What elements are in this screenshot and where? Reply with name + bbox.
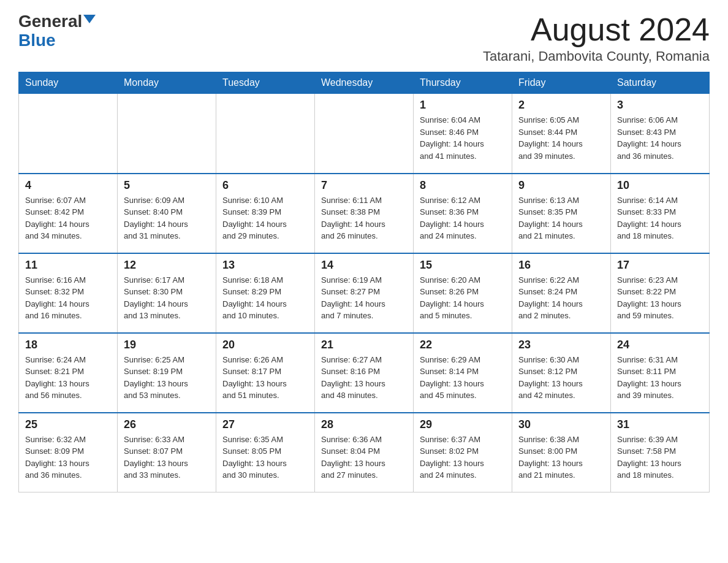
day-info: Sunrise: 6:07 AMSunset: 8:42 PMDaylight:… [25,194,111,242]
calendar-cell: 7Sunrise: 6:11 AMSunset: 8:38 PMDaylight… [315,174,414,253]
day-info: Sunrise: 6:04 AMSunset: 8:46 PMDaylight:… [420,114,506,162]
day-number: 10 [617,179,703,192]
day-number: 4 [25,179,111,192]
day-info: Sunrise: 6:24 AMSunset: 8:21 PMDaylight:… [25,354,111,402]
day-number: 15 [420,259,506,272]
day-info: Sunrise: 6:39 AMSunset: 7:58 PMDaylight:… [617,434,703,481]
calendar-cell: 8Sunrise: 6:12 AMSunset: 8:36 PMDaylight… [414,174,512,253]
day-info: Sunrise: 6:16 AMSunset: 8:32 PMDaylight:… [25,274,111,322]
day-info: Sunrise: 6:14 AMSunset: 8:33 PMDaylight:… [617,194,703,242]
page-header: General Blue August 2024 Tatarani, Dambo… [18,12,710,64]
day-info: Sunrise: 6:31 AMSunset: 8:11 PMDaylight:… [617,354,703,402]
day-number: 26 [124,418,210,431]
calendar-cell: 30Sunrise: 6:38 AMSunset: 8:00 PMDayligh… [512,413,611,492]
day-info: Sunrise: 6:25 AMSunset: 8:19 PMDaylight:… [124,354,210,402]
calendar-cell: 20Sunrise: 6:26 AMSunset: 8:17 PMDayligh… [216,333,315,413]
day-info: Sunrise: 6:36 AMSunset: 8:04 PMDaylight:… [321,434,407,481]
day-info: Sunrise: 6:33 AMSunset: 8:07 PMDaylight:… [124,434,210,481]
calendar-cell: 5Sunrise: 6:09 AMSunset: 8:40 PMDaylight… [118,174,216,253]
calendar-cell: 16Sunrise: 6:22 AMSunset: 8:24 PMDayligh… [512,253,611,333]
calendar-header-thursday: Thursday [414,72,512,94]
calendar-cell: 6Sunrise: 6:10 AMSunset: 8:39 PMDaylight… [216,174,315,253]
logo-blue-text: Blue [18,31,56,50]
calendar-cell: 26Sunrise: 6:33 AMSunset: 8:07 PMDayligh… [118,413,216,492]
logo-general-text: General [18,12,82,31]
day-info: Sunrise: 6:11 AMSunset: 8:38 PMDaylight:… [321,194,407,242]
day-info: Sunrise: 6:05 AMSunset: 8:44 PMDaylight:… [518,114,604,162]
day-number: 18 [25,339,111,351]
calendar-cell: 31Sunrise: 6:39 AMSunset: 7:58 PMDayligh… [611,413,710,492]
day-info: Sunrise: 6:13 AMSunset: 8:35 PMDaylight:… [518,194,604,242]
calendar-cell: 13Sunrise: 6:18 AMSunset: 8:29 PMDayligh… [216,253,315,333]
calendar-cell: 11Sunrise: 6:16 AMSunset: 8:32 PMDayligh… [19,253,118,333]
day-number: 13 [222,259,308,272]
day-info: Sunrise: 6:06 AMSunset: 8:43 PMDaylight:… [617,114,703,162]
calendar-cell: 23Sunrise: 6:30 AMSunset: 8:12 PMDayligh… [512,333,611,413]
calendar-header-saturday: Saturday [611,72,710,94]
day-number: 17 [617,259,703,272]
day-number: 22 [420,339,506,351]
calendar-cell: 10Sunrise: 6:14 AMSunset: 8:33 PMDayligh… [611,174,710,253]
calendar-cell: 2Sunrise: 6:05 AMSunset: 8:44 PMDaylight… [512,94,611,174]
calendar-cell [118,94,216,174]
day-number: 8 [420,179,506,192]
day-number: 12 [124,259,210,272]
calendar-cell [19,94,118,174]
calendar-week-row-3: 11Sunrise: 6:16 AMSunset: 8:32 PMDayligh… [19,253,710,333]
day-number: 24 [617,339,703,351]
day-info: Sunrise: 6:23 AMSunset: 8:22 PMDaylight:… [617,274,703,322]
day-info: Sunrise: 6:10 AMSunset: 8:39 PMDaylight:… [222,194,308,242]
day-number: 16 [518,259,604,272]
day-number: 1 [420,99,506,112]
day-info: Sunrise: 6:27 AMSunset: 8:16 PMDaylight:… [321,354,407,402]
calendar-header-row: SundayMondayTuesdayWednesdayThursdayFrid… [19,72,710,94]
calendar-cell [216,94,315,174]
calendar-header-friday: Friday [512,72,611,94]
day-info: Sunrise: 6:35 AMSunset: 8:05 PMDaylight:… [222,434,308,481]
calendar-cell: 25Sunrise: 6:32 AMSunset: 8:09 PMDayligh… [19,413,118,492]
day-info: Sunrise: 6:22 AMSunset: 8:24 PMDaylight:… [518,274,604,322]
day-number: 6 [222,179,308,192]
calendar-cell: 27Sunrise: 6:35 AMSunset: 8:05 PMDayligh… [216,413,315,492]
day-number: 23 [518,339,604,351]
day-info: Sunrise: 6:32 AMSunset: 8:09 PMDaylight:… [25,434,111,481]
calendar-cell: 22Sunrise: 6:29 AMSunset: 8:14 PMDayligh… [414,333,512,413]
day-info: Sunrise: 6:30 AMSunset: 8:12 PMDaylight:… [518,354,604,402]
calendar-week-row-4: 18Sunrise: 6:24 AMSunset: 8:21 PMDayligh… [19,333,710,413]
day-number: 20 [222,339,308,351]
day-number: 29 [420,418,506,431]
calendar-cell: 9Sunrise: 6:13 AMSunset: 8:35 PMDaylight… [512,174,611,253]
day-info: Sunrise: 6:37 AMSunset: 8:02 PMDaylight:… [420,434,506,481]
day-number: 19 [124,339,210,351]
day-info: Sunrise: 6:12 AMSunset: 8:36 PMDaylight:… [420,194,506,242]
calendar-header-sunday: Sunday [19,72,118,94]
calendar-header-tuesday: Tuesday [216,72,315,94]
day-info: Sunrise: 6:38 AMSunset: 8:00 PMDaylight:… [518,434,604,481]
day-number: 14 [321,259,407,272]
calendar-cell: 19Sunrise: 6:25 AMSunset: 8:19 PMDayligh… [118,333,216,413]
title-section: August 2024 Tatarani, Dambovita County, … [483,12,710,64]
calendar-cell: 17Sunrise: 6:23 AMSunset: 8:22 PMDayligh… [611,253,710,333]
calendar-cell: 15Sunrise: 6:20 AMSunset: 8:26 PMDayligh… [414,253,512,333]
day-info: Sunrise: 6:18 AMSunset: 8:29 PMDaylight:… [222,274,308,322]
calendar-cell: 14Sunrise: 6:19 AMSunset: 8:27 PMDayligh… [315,253,414,333]
day-number: 27 [222,418,308,431]
calendar-cell [315,94,414,174]
day-info: Sunrise: 6:29 AMSunset: 8:14 PMDaylight:… [420,354,506,402]
day-info: Sunrise: 6:26 AMSunset: 8:17 PMDaylight:… [222,354,308,402]
calendar-cell: 24Sunrise: 6:31 AMSunset: 8:11 PMDayligh… [611,333,710,413]
day-number: 30 [518,418,604,431]
calendar-cell: 28Sunrise: 6:36 AMSunset: 8:04 PMDayligh… [315,413,414,492]
calendar-cell: 1Sunrise: 6:04 AMSunset: 8:46 PMDaylight… [414,94,512,174]
calendar-header-monday: Monday [118,72,216,94]
day-number: 9 [518,179,604,192]
day-number: 7 [321,179,407,192]
day-number: 2 [518,99,604,112]
calendar-week-row-2: 4Sunrise: 6:07 AMSunset: 8:42 PMDaylight… [19,174,710,253]
logo: General Blue [18,12,96,50]
day-number: 5 [124,179,210,192]
day-number: 28 [321,418,407,431]
day-number: 21 [321,339,407,351]
day-number: 25 [25,418,111,431]
day-info: Sunrise: 6:09 AMSunset: 8:40 PMDaylight:… [124,194,210,242]
